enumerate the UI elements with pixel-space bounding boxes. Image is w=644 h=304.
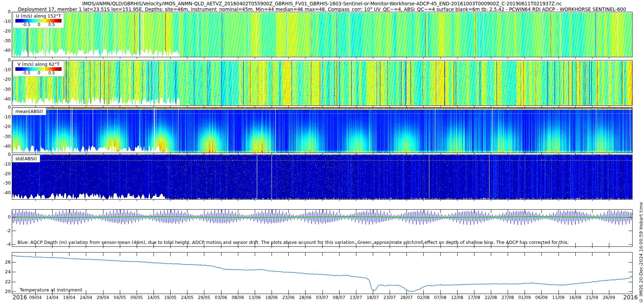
- x-axis-date-label: 04/05: [112, 295, 128, 300]
- v-colorbar-tick: -0.5: [22, 71, 30, 75]
- v-y-tick-label: 0: [0, 58, 11, 63]
- x-axis-date-label: 21/09: [584, 295, 600, 300]
- x-axis-date-label: 28/07: [398, 295, 415, 300]
- v-y-tick-label: -40: [0, 97, 11, 102]
- std_absi-y-tick-label: -10: [0, 162, 11, 167]
- temperature-plot: [12, 252, 633, 296]
- depth-y-tick-label: -2: [0, 228, 11, 233]
- x-axis-date-label: 07/08: [432, 295, 449, 300]
- u-colorbar-tick: 0: [38, 23, 40, 27]
- u-y-tick-label: -10: [0, 19, 11, 24]
- x-axis-date-label: 29/05: [196, 295, 212, 300]
- temperature-y-tick-label: 26: [0, 260, 11, 265]
- x-axis-date-label: 13/07: [348, 295, 364, 300]
- x-axis-date-label: 26/09: [601, 295, 617, 300]
- x-axis-date-label: 23/06: [280, 295, 297, 300]
- x-axis-date-label: 22/08: [483, 295, 499, 300]
- x-axis-date-label: 18/07: [365, 295, 381, 300]
- std_absi-y-tick-label: -20: [0, 171, 11, 176]
- x-axis-date-label: 24/04: [78, 295, 94, 300]
- depth-annotation: Blue: ADCP Depth (m) variation from sens…: [18, 240, 569, 245]
- v-legend-title: V (m/s) along 62°T: [13, 62, 64, 67]
- x-axis-date-label: 08/06: [230, 295, 246, 300]
- temperature-y-tick-label: 24: [0, 269, 11, 274]
- v-velocity-heatmap: [12, 60, 633, 108]
- mean-absi-label-box: mean(ABSI): [12, 108, 46, 115]
- mean_absi-y-tick-label: 0: [0, 105, 11, 110]
- figure-title-line2: Deployment 17, member 1 lat=23.51S lon=1…: [0, 7, 644, 12]
- x-axis-date-label: 28/06: [297, 295, 313, 300]
- std-absi-label-box: std(ABSI): [12, 155, 40, 162]
- panel-temperature: Temperature at instrument: [12, 252, 633, 294]
- x-axis-date-label: 13/06: [247, 295, 263, 300]
- mean_absi-y-tick-label: -20: [0, 124, 11, 129]
- std_absi-y-tick-label: 0: [0, 152, 11, 157]
- v-colorbar-ticks: -0.5 0 0.5: [13, 71, 64, 75]
- x-axis-date-label: 14/05: [145, 295, 162, 300]
- mean_absi-y-tick-label: -40: [0, 144, 11, 149]
- mean-absi-heatmap: [12, 107, 633, 155]
- u-colorbar-tick: 0.5: [48, 23, 55, 27]
- x-axis-date-label: 12/08: [449, 295, 465, 300]
- u-velocity-heatmap: [12, 12, 633, 59]
- temperature-y-tick-label: 20: [0, 289, 11, 294]
- x-axis-date-label: 24/05: [179, 295, 195, 300]
- u-legend-title: U (m/s) along 152°T: [13, 13, 64, 19]
- x-axis-date-label: 09/05: [128, 295, 145, 300]
- u-y-tick-label: -20: [0, 29, 11, 34]
- std_absi-y-tick-label: -30: [0, 181, 11, 186]
- x-axis-date-label: 08/07: [331, 295, 347, 300]
- x-axis-date-label: 06/09: [533, 295, 550, 300]
- x-axis-date-label: 18/06: [263, 295, 280, 300]
- v-y-tick-label: -10: [0, 67, 11, 72]
- x-axis-date-label: 16/09: [567, 295, 584, 300]
- x-axis-year-end: 2016: [623, 294, 638, 301]
- imos-adcp-summary-figure: IMOS/ANMN/QLD/GBRHIS/Velocity/IMOS_ANMN-…: [0, 0, 644, 304]
- std_absi-y-tick-label: -40: [0, 190, 11, 195]
- x-axis-year-start: 2016: [13, 294, 27, 301]
- v-colorbar-legend: V (m/s) along 62°T -0.5 0 0.5: [13, 61, 64, 77]
- depth-y-tick-label: 0: [0, 215, 11, 220]
- v-colorbar-tick: 0: [38, 71, 40, 75]
- x-axis-date-label: 27/08: [499, 295, 516, 300]
- depth-y-tick-label: -4: [0, 242, 11, 247]
- x-axis-date-label: 03/07: [314, 295, 331, 300]
- x-axis-date-label: 29/04: [95, 295, 111, 300]
- u-colorbar-tick: -0.5: [22, 23, 30, 27]
- u-colorbar-legend: U (m/s) along 152°T -0.5 0 0.5: [13, 13, 64, 28]
- v-y-tick-label: -30: [0, 87, 11, 92]
- panel-mean-absi: mean(ABSI): [12, 107, 633, 153]
- x-axis-date-label: 01/09: [516, 295, 533, 300]
- v-y-tick-label: -20: [0, 77, 11, 82]
- u-colorbar-ticks: -0.5 0 0.5: [13, 23, 64, 27]
- x-axis-date-label: 14/04: [44, 295, 60, 300]
- temperature-y-tick-label: 22: [0, 279, 11, 284]
- x-axis-date-label: 19/05: [162, 295, 179, 300]
- x-axis-date-label: 19/04: [61, 295, 77, 300]
- imos-watermark: © IMOS 20-Dec-2024 16:00:59 Hobart time: [638, 202, 644, 303]
- panel-v-velocity: V (m/s) along 62°T -0.5 0 0.5: [12, 60, 633, 106]
- x-axis: 2016 2016 09/0414/0419/0424/0429/0404/05…: [0, 294, 644, 303]
- x-axis-date-label: 09/04: [27, 295, 44, 300]
- u-y-tick-label: -40: [0, 48, 11, 53]
- x-axis-date-label: 02/08: [415, 295, 431, 300]
- panel-depth-variation: Blue: ADCP Depth (m) variation from sens…: [12, 209, 633, 247]
- mean_absi-y-tick-label: -30: [0, 134, 11, 139]
- x-axis-date-label: 23/07: [381, 295, 398, 300]
- std-absi-heatmap: [12, 155, 633, 201]
- x-axis-date-label: 03/06: [213, 295, 229, 300]
- u-y-tick-label: 0: [0, 9, 11, 14]
- figure-title-line1: IMOS/ANMN/QLD/GBRHIS/Velocity/IMOS_ANMN-…: [0, 1, 644, 6]
- x-axis-date-label: 11/09: [550, 295, 567, 300]
- panel-std-absi: std(ABSI): [12, 155, 633, 200]
- x-axis-date-label: 17/08: [466, 295, 482, 300]
- panel-u-velocity: U (m/s) along 152°T -0.5 0 0.5: [12, 12, 633, 57]
- u-y-tick-label: -30: [0, 38, 11, 43]
- v-colorbar-tick: 0.5: [48, 71, 55, 75]
- mean_absi-y-tick-label: -10: [0, 114, 11, 119]
- temperature-label: Temperature at instrument: [20, 287, 82, 293]
